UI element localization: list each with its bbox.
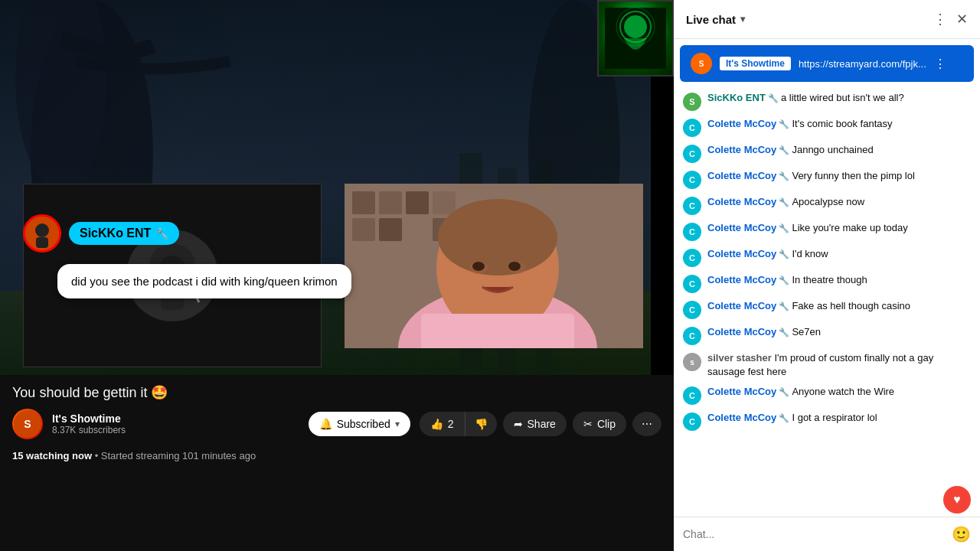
chat-message-content: Colette McCoy 🔧 Se7en [707, 325, 971, 339]
chat-message-text: Apocalypse now [792, 196, 864, 207]
corner-thumbnail-image [605, 8, 666, 69]
chat-message: CColette McCoy 🔧 Like you're make up tod… [674, 218, 980, 244]
wrench-icon: 🔧 [776, 223, 792, 233]
chat-avatar: C [683, 412, 701, 431]
host-overlay: SicKKo ENT 🔧 [23, 214, 179, 253]
chat-avatar: C [683, 223, 701, 241]
chat-message-content: silver stasher I'm proud of custom final… [707, 351, 971, 379]
svg-rect-22 [433, 191, 456, 214]
svg-rect-25 [406, 218, 429, 241]
svg-rect-42 [36, 237, 48, 248]
svg-rect-19 [352, 191, 375, 214]
svg-rect-20 [379, 191, 402, 214]
chat-avatar: C [683, 119, 701, 137]
chat-message-content: Colette McCoy 🔧 Janngo unchained [707, 143, 971, 157]
subscribe-label: Subscribed [337, 418, 390, 430]
dislike-icon: 👎 [475, 418, 488, 430]
wrench-icon: 🔧 [776, 249, 792, 259]
chat-avatar: C [683, 249, 701, 267]
chat-username: Colette McCoy 🔧 [707, 386, 792, 397]
chat-message-text: It's comic book fantasy [792, 118, 892, 129]
like-button[interactable]: 👍 2 [420, 412, 466, 436]
live-chat-label: Live chat [686, 13, 736, 26]
svg-point-34 [508, 262, 521, 271]
pinned-message: S It's Showtime https://streamyard.com/f… [680, 45, 974, 82]
chat-message: CColette McCoy 🔧 Janngo unchained [674, 140, 980, 166]
wrench-icon: 🔧 [776, 328, 792, 337]
chat-username: Colette McCoy 🔧 [707, 412, 792, 423]
clip-icon: ✂ [583, 418, 593, 430]
chat-message-text: I'd know [792, 248, 828, 259]
chat-message: ssilver stasher I'm proud of custom fina… [674, 348, 980, 382]
share-label: Share [528, 418, 556, 430]
clip-button[interactable]: ✂ Clip [573, 412, 626, 436]
like-dislike-group: 👍 2 👎 [420, 412, 497, 436]
chat-avatar: C [683, 301, 701, 319]
svg-point-37 [624, 15, 647, 38]
pinned-more-icon[interactable]: ⋮ [934, 57, 946, 71]
svg-text:S: S [699, 60, 704, 68]
svg-rect-35 [421, 314, 574, 348]
chat-message-content: Colette McCoy 🔧 Anyone watch the Wire [707, 385, 971, 399]
chat-message-content: Colette McCoy 🔧 It's comic book fantasy [707, 117, 971, 131]
channel-name: It's Showtime [52, 412, 299, 425]
wrench-icon: 🔧 [776, 197, 792, 207]
host-wrench-icon: 🔧 [155, 227, 168, 240]
video-title: You should be gettin it 🤩 [12, 384, 662, 401]
chat-message-content: Colette McCoy 🔧 Apocalypse now [707, 195, 971, 209]
video-title-text: You should be gettin it 🤩 [12, 384, 168, 401]
close-chat-icon[interactable]: ✕ [956, 11, 968, 28]
wrench-icon: 🔧 [776, 145, 792, 155]
channel-avatar: S [12, 409, 43, 439]
chat-message-text: Anyone watch the Wire [792, 386, 894, 397]
chat-messages-list: SSicKKo ENT 🔧 a little wired but isn't w… [674, 85, 980, 486]
chat-message: CColette McCoy 🔧 I'd know [674, 244, 980, 270]
share-icon: ➦ [514, 418, 523, 430]
chat-message-text: In theatre though [792, 274, 867, 285]
action-buttons: 👍 2 👎 ➦ Share ✂ Clip [420, 412, 662, 436]
chat-username: Colette McCoy 🔧 [707, 300, 792, 311]
dislike-button[interactable]: 👎 [466, 412, 497, 436]
chat-avatar: C [683, 197, 701, 215]
svg-rect-24 [379, 218, 402, 241]
chat-message-text: Like you're make up today [792, 222, 907, 233]
chat-message-text: Very funny then the pimp lol [792, 170, 914, 181]
chat-message-text: Janngo unchained [792, 144, 873, 155]
emoji-button[interactable]: 🙂 [952, 525, 971, 543]
share-button[interactable]: ➦ Share [503, 412, 567, 436]
chat-header: Live chat ▾ ⋮ ✕ [674, 0, 980, 39]
wrench-icon: 🔧 [776, 413, 792, 422]
chat-message-content: Colette McCoy 🔧 Very funny then the pimp… [707, 169, 971, 183]
pinned-link[interactable]: https://streamyard.com/fpjk... [799, 58, 926, 70]
chat-avatar: C [683, 145, 701, 163]
live-chat-title[interactable]: Live chat ▾ [686, 13, 745, 26]
chat-input[interactable] [683, 528, 946, 540]
bell-icon: 🔔 [319, 418, 332, 430]
chat-message: CColette McCoy 🔧 Se7en [674, 322, 980, 348]
watching-count: 15 watching now [12, 450, 92, 461]
chat-message: SSicKKo ENT 🔧 a little wired but isn't w… [674, 88, 980, 114]
chat-username: Colette McCoy 🔧 [707, 248, 792, 259]
chat-username: Colette McCoy 🔧 [707, 274, 792, 285]
main-layout: SicKKo ENT 🔧 did you see the podcast i d… [0, 0, 980, 551]
svg-rect-21 [406, 191, 429, 214]
subscribe-chevron-icon: ▾ [395, 419, 400, 429]
chat-username: Colette McCoy 🔧 [707, 326, 792, 337]
more-options-icon[interactable]: ⋮ [933, 11, 947, 28]
heart-button[interactable]: ♥ [943, 486, 971, 514]
svg-point-30 [438, 199, 557, 276]
clip-label: Clip [597, 418, 616, 430]
chat-username: Colette McCoy 🔧 [707, 144, 792, 155]
chat-message: CColette McCoy 🔧 Very funny then the pim… [674, 166, 980, 192]
chat-username: Colette McCoy 🔧 [707, 170, 792, 181]
host-name-text: SicKKo ENT [80, 227, 151, 240]
subscribe-button[interactable]: 🔔 Subscribed ▾ [309, 412, 410, 436]
more-options-button[interactable]: ⋯ [632, 412, 662, 436]
stream-chat-bubble: did you see the podcast i did with king/… [57, 264, 351, 298]
chat-message-content: Colette McCoy 🔧 I'd know [707, 247, 971, 261]
svg-rect-23 [352, 218, 375, 241]
chat-avatar: S [683, 93, 701, 111]
pinned-avatar: S [691, 53, 712, 74]
wrench-icon: 🔧 [776, 302, 792, 311]
channel-avatar-image: S [14, 410, 41, 438]
